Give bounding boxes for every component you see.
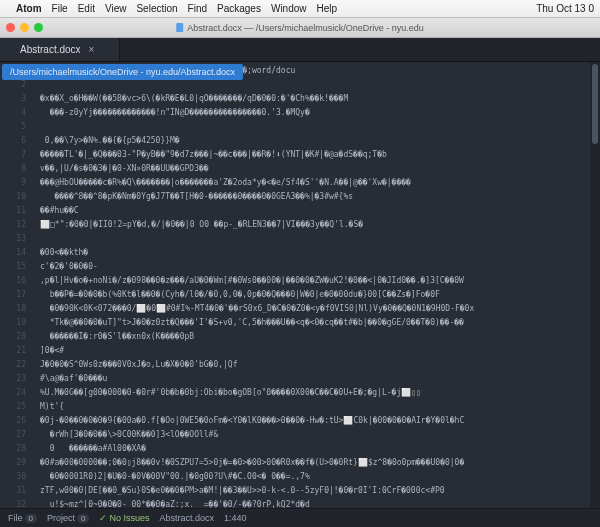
- code-line[interactable]: ⬜□*":�0�0|�II0!2=pY�d,�/|�0��|0 O0 ��p-_…: [40, 218, 590, 232]
- line-number: 24: [2, 386, 26, 400]
- git-project-status[interactable]: Project 0: [47, 513, 89, 523]
- issues-text: No Issues: [109, 513, 149, 523]
- line-number: 15: [2, 260, 26, 274]
- file-path-tooltip: /Users/michaelmusick/OneDrive - nyu.edu/…: [2, 64, 243, 80]
- line-number: 28: [2, 442, 26, 456]
- line-number: 2: [2, 78, 26, 92]
- code-line[interactable]: u!$~mz^|0~0�0�0-_00*��0�aZ:;x.__=��'�0/-…: [40, 498, 590, 508]
- checkmark-icon: ✓: [99, 513, 107, 523]
- menu-window[interactable]: Window: [271, 3, 307, 14]
- line-number: 6: [2, 134, 26, 148]
- code-line[interactable]: M)t'{: [40, 400, 590, 414]
- code-line[interactable]: ���-z0yYj�������������!n"IN@D�����������…: [40, 106, 590, 120]
- menubar-clock: Thu Oct 13 0: [536, 3, 594, 14]
- git-file-status[interactable]: File 0: [8, 513, 37, 523]
- window-close-button[interactable]: [6, 23, 15, 32]
- window-zoom-button[interactable]: [34, 23, 43, 32]
- app-name-menu[interactable]: Atom: [16, 3, 42, 14]
- line-number: 21: [2, 344, 26, 358]
- window-title: Abstract.docx — /Users/michaelmusick/One…: [176, 23, 424, 33]
- code-line[interactable]: [40, 232, 590, 246]
- line-number: 27: [2, 428, 26, 442]
- code-line[interactable]: ,p�l|Hv�o�+noNi�/z�098��0�z���/aU�0�Wm[#…: [40, 274, 590, 288]
- line-number: 9: [2, 176, 26, 190]
- document-icon: [176, 23, 183, 32]
- menu-file[interactable]: File: [52, 3, 68, 14]
- line-number: 8: [2, 162, 26, 176]
- menu-packages[interactable]: Packages: [217, 3, 261, 14]
- line-number: 22: [2, 358, 26, 372]
- window-minimize-button[interactable]: [20, 23, 29, 32]
- line-number: 17: [2, 288, 26, 302]
- line-number: 26: [2, 414, 26, 428]
- code-line[interactable]: zTF,w00�0|DE[��0_�Su}0S�e0��0�PM>a�M!|��…: [40, 484, 590, 498]
- tab-label: Abstract.docx: [20, 44, 81, 55]
- project-count: 0: [77, 514, 89, 523]
- tab-abstract-docx[interactable]: Abstract.docx ×: [0, 38, 120, 61]
- menu-help[interactable]: Help: [317, 3, 338, 14]
- code-line[interactable]: J�0�0�S^0Ws0z���0V0xJ�o,Lu�X�0�0'bG�0,|Q…: [40, 358, 590, 372]
- code-area[interactable]: vpP�7!mr;���A85t�"8|X��[�����Q]�PK!��|��…: [32, 62, 590, 508]
- code-line[interactable]: 0,��\7y>�N%.��{�{p5�4250}}M�: [40, 134, 590, 148]
- status-bar: File 0 Project 0 ✓ No Issues Abstract.do…: [0, 508, 600, 527]
- line-number: 23: [2, 372, 26, 386]
- line-number: 31: [2, 484, 26, 498]
- line-number: 10: [2, 190, 26, 204]
- code-line[interactable]: [40, 78, 590, 92]
- code-line[interactable]: c'�2�'0�0�0-: [40, 260, 590, 274]
- code-line[interactable]: [40, 120, 590, 134]
- project-label: Project: [47, 513, 75, 523]
- line-number-gutter: 1234567891011121314151617181920212223242…: [0, 62, 32, 508]
- code-line[interactable]: �x��X_o�H��W(��5B�vc>6\(�kR�E�L0|qO�����…: [40, 92, 590, 106]
- line-number: 7: [2, 148, 26, 162]
- code-line[interactable]: �����TL'�|_�Q���03-"P�yB��"9�d7z���|~��c…: [40, 148, 590, 162]
- status-filename[interactable]: Abstract.docx: [159, 513, 214, 523]
- menu-find[interactable]: Find: [188, 3, 207, 14]
- line-number: 18: [2, 302, 26, 316]
- macos-menubar: Atom File Edit View Selection Find Packa…: [0, 0, 600, 18]
- line-number: 13: [2, 232, 26, 246]
- code-line[interactable]: �rWh[3�0�0��\>0C00K��0]3<lO��OOll#&: [40, 428, 590, 442]
- code-line[interactable]: b��P�=�0�0�b(%0Kt�l��0�(Cyh�/l0�/�0,0,0�…: [40, 288, 590, 302]
- vertical-scrollbar[interactable]: [590, 62, 600, 508]
- line-number: 16: [2, 274, 26, 288]
- code-line[interactable]: v��,|U/�s�0�3�|�0-XN»0R��UU��GPD3��: [40, 162, 590, 176]
- line-number: 25: [2, 400, 26, 414]
- code-line[interactable]: 0 ������a#Al00�XA�: [40, 442, 590, 456]
- window-titlebar[interactable]: Abstract.docx — /Users/michaelmusick/One…: [0, 18, 600, 38]
- line-number: 30: [2, 470, 26, 484]
- editor: 1234567891011121314151617181920212223242…: [0, 62, 600, 508]
- tab-close-icon[interactable]: ×: [89, 44, 95, 55]
- line-number: 3: [2, 92, 26, 106]
- menu-view[interactable]: View: [105, 3, 127, 14]
- file-label: File: [8, 513, 23, 523]
- menu-selection[interactable]: Selection: [136, 3, 177, 14]
- code-line[interactable]: ����^8��^8�pK�Nm�0Yg�J7T��T[H�0-������0�…: [40, 190, 590, 204]
- file-count: 0: [25, 514, 37, 523]
- code-line[interactable]: �0�90K<0K<072���0/⬜�0⬜#0#I%-MT4�0�'��rS0…: [40, 302, 590, 316]
- window-title-text: Abstract.docx — /Users/michaelmusick/One…: [187, 23, 424, 33]
- code-line[interactable]: ���@HbOU�����c�R%�Q\�������|o�������a'Z�…: [40, 176, 590, 190]
- code-line[interactable]: ��#hu��C: [40, 204, 590, 218]
- cursor-position[interactable]: 1:440: [224, 513, 247, 523]
- code-line[interactable]: �0j-�0��0�0�0�9{�00a�0.f[�Oo|0WE5�0oFm�<…: [40, 414, 590, 428]
- line-number: 14: [2, 246, 26, 260]
- line-number: 5: [2, 120, 26, 134]
- code-line[interactable]: #\a@�af'�0���u: [40, 372, 590, 386]
- line-number: 29: [2, 456, 26, 470]
- code-line[interactable]: �0�0001R0)2|�U�0-�0V�00V"00.|�0g00?U\#�C…: [40, 470, 590, 484]
- code-line[interactable]: ������I�:r0�S'l��xn0x(K����0pB: [40, 330, 590, 344]
- line-number: 12: [2, 218, 26, 232]
- code-line[interactable]: *Tk�@��0�0�uT]"t>J�0�z0zt�Q���'I'�S+v0,'…: [40, 316, 590, 330]
- code-line[interactable]: �0#a�00�0000��;0�0▯j8��0v!�0SZPU7=5>0j�=…: [40, 456, 590, 470]
- linter-status[interactable]: ✓ No Issues: [99, 513, 149, 523]
- code-line[interactable]: �00<��kth�: [40, 246, 590, 260]
- tab-bar: Abstract.docx ×: [0, 38, 600, 62]
- line-number: 11: [2, 204, 26, 218]
- line-number: 4: [2, 106, 26, 120]
- code-line[interactable]: %U.M�0G��[g00�000�0-�0r#'0b�b�0bj:Obi�bo…: [40, 386, 590, 400]
- code-line[interactable]: ]0�<#: [40, 344, 590, 358]
- menu-edit[interactable]: Edit: [78, 3, 95, 14]
- line-number: 20: [2, 330, 26, 344]
- scrollbar-thumb[interactable]: [592, 64, 598, 144]
